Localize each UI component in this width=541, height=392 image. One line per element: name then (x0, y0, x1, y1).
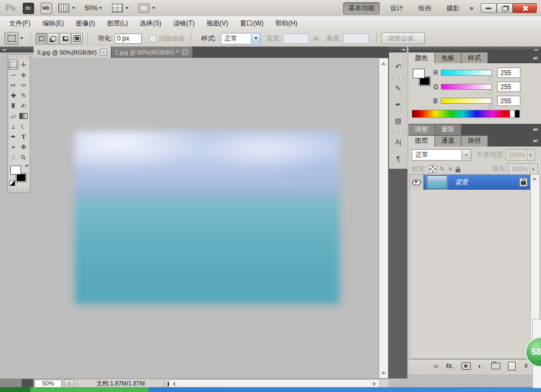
swap-dimensions-icon[interactable]: ⇄ (313, 35, 319, 42)
spectrum-black-swatch[interactable] (515, 110, 520, 118)
tool-preset-caret-icon[interactable] (20, 37, 23, 39)
selection-add-button[interactable] (48, 33, 59, 44)
fill-arrow-icon[interactable] (530, 164, 537, 174)
adjustment-layer-icon[interactable]: ◐. (478, 362, 484, 370)
menu-edit[interactable]: 编辑(E) (36, 17, 70, 30)
default-colors-icon[interactable] (9, 181, 15, 186)
selection-intersect-button[interactable] (71, 33, 83, 44)
layer-thumbnail[interactable] (427, 175, 447, 189)
menu-image[interactable]: 图像(I) (70, 17, 101, 30)
delete-layer-icon[interactable]: ⚱ (523, 362, 529, 370)
move-tool[interactable]: ✛ (18, 59, 29, 70)
workspace-photography-button[interactable]: 摄影 (441, 3, 464, 14)
view-extras-icon[interactable] (58, 4, 69, 12)
tab-close-icon[interactable]: × (182, 49, 189, 56)
paragraph-panel-icon[interactable]: ¶ (392, 152, 405, 165)
menu-window[interactable]: 窗口(W) (234, 17, 269, 30)
tool-preset-picker[interactable] (4, 32, 18, 45)
blue-slider[interactable] (441, 98, 492, 104)
layer-visibility-eye-icon[interactable] (412, 180, 421, 185)
canvas-vertical-scrollbar[interactable] (379, 58, 388, 378)
history-brush-tool[interactable]: ✍ (18, 101, 29, 111)
tool-presets-panel-icon[interactable]: ✒ (392, 98, 405, 111)
right-dock-header[interactable]: ▸▸ (408, 46, 541, 52)
tab-layers[interactable]: 图层 (408, 136, 435, 147)
magic-wand-tool[interactable]: ❈ (18, 70, 29, 80)
refine-edge-button[interactable]: 调整边缘... (381, 32, 425, 44)
statusbar-clock-icon[interactable]: ◷ (64, 380, 74, 388)
new-group-icon[interactable] (491, 363, 500, 369)
scroll-left-icon[interactable] (170, 380, 177, 388)
panel-dock-header[interactable]: ◂◂ (388, 46, 407, 52)
lock-position-icon[interactable]: ✛ (447, 165, 453, 173)
character-panel-icon[interactable]: A| (392, 136, 405, 149)
workspace-essentials-button[interactable]: 基本功能 (343, 2, 380, 15)
menu-layer[interactable]: 图层(L) (101, 17, 134, 30)
layers-scroll-up-icon[interactable] (531, 175, 538, 182)
color-panel-menu-icon[interactable]: ▾≡ (533, 55, 538, 61)
arrange-documents-icon[interactable] (112, 4, 123, 12)
hand-tool[interactable]: ☝ (8, 152, 18, 162)
brush-tool[interactable]: ✎ (18, 90, 29, 101)
zoom-level-control[interactable]: 50% (85, 4, 98, 12)
layer-style-fx-icon[interactable]: fx. (446, 362, 454, 370)
bridge-button[interactable]: Br (23, 3, 34, 14)
tab-paths[interactable]: 路径 (461, 136, 488, 147)
lock-transparent-pixels-icon[interactable] (429, 165, 437, 173)
menu-view[interactable]: 视图(V) (201, 17, 234, 30)
tab-swatches[interactable]: 色板 (435, 52, 461, 63)
workspace-painting-button[interactable]: 绘画 (413, 3, 436, 14)
opacity-control[interactable]: 100% (506, 149, 535, 161)
spectrum-white-swatch[interactable] (510, 110, 515, 118)
clone-source-panel-icon[interactable]: ▤ (392, 114, 405, 127)
lock-all-icon[interactable] (456, 169, 460, 172)
height-input[interactable] (343, 34, 369, 44)
restore-button[interactable] (497, 3, 513, 13)
menu-help[interactable]: 帮助(H) (269, 17, 304, 30)
close-button[interactable] (513, 3, 537, 13)
arrange-documents-caret-icon[interactable] (126, 7, 129, 9)
red-value-input[interactable]: 255 (497, 68, 520, 78)
document-tab-5jpg[interactable]: 5.jpg @ 50%(RGB/8#) × (34, 46, 111, 58)
add-layer-mask-icon[interactable] (461, 362, 471, 370)
scroll-right-icon[interactable] (371, 380, 378, 388)
scroll-up-icon[interactable] (379, 59, 388, 67)
path-selection-tool[interactable]: ➢ (8, 142, 18, 152)
eyedropper-tool[interactable]: ✑ (18, 80, 29, 90)
zoom-tool[interactable]: ⚲ (18, 152, 29, 162)
antialias-checkbox[interactable] (149, 35, 156, 42)
type-tool[interactable]: T (18, 131, 29, 142)
tab-styles[interactable]: 样式 (461, 52, 488, 63)
layer-name[interactable]: 背景 (455, 178, 519, 187)
pen-tool[interactable]: ✒ (8, 131, 18, 142)
document-image[interactable] (75, 131, 340, 304)
screen-mode-icon[interactable] (138, 4, 149, 12)
lasso-tool[interactable]: ∽ (8, 70, 18, 80)
rectangular-marquee-tool[interactable] (8, 59, 18, 70)
mini-bridge-button[interactable]: Mb (41, 3, 52, 14)
layers-panel-menu-icon[interactable]: ▾≡ (533, 138, 538, 144)
menu-select[interactable]: 选择(S) (134, 17, 167, 30)
blue-value-input[interactable]: 255 (497, 96, 520, 106)
collapse-tools-icon[interactable]: ◂◂ (2, 48, 6, 52)
blend-mode-arrow-icon[interactable] (461, 150, 471, 160)
blur-tool[interactable]: ▵ (8, 121, 18, 131)
panel-foreground-swatch[interactable] (413, 69, 425, 78)
feather-input[interactable]: 0 px (115, 34, 142, 44)
tools-dock-header[interactable]: ◂◂ (0, 46, 36, 52)
adjustments-panel-menu-icon[interactable]: ▾≡ (533, 127, 538, 132)
eraser-tool[interactable]: ▱ (8, 111, 18, 121)
red-slider[interactable] (441, 70, 492, 76)
green-value-input[interactable]: 255 (497, 82, 520, 92)
red-slider-handle[interactable] (488, 75, 493, 79)
healing-brush-tool[interactable]: ✚ (8, 90, 18, 101)
blend-mode-select[interactable]: 正常 (412, 149, 471, 161)
link-layers-icon[interactable]: ∞ (434, 362, 439, 370)
screen-mode-caret-icon[interactable] (152, 7, 155, 9)
scroll-down-icon[interactable] (379, 369, 388, 377)
green-slider-handle[interactable] (488, 89, 493, 94)
selection-subtract-button[interactable] (60, 33, 71, 44)
style-select[interactable]: 正常 (221, 33, 261, 44)
swap-colors-icon[interactable]: ⇄ (25, 163, 29, 168)
tab-close-icon[interactable]: × (100, 49, 107, 56)
